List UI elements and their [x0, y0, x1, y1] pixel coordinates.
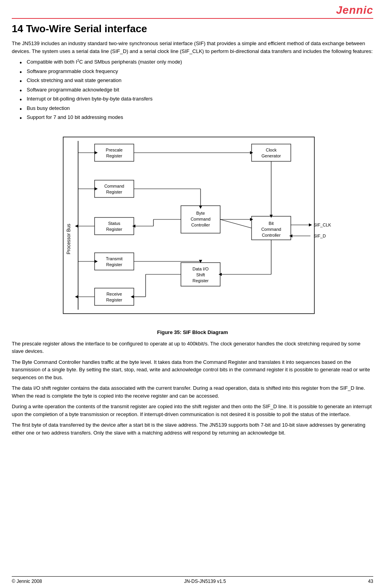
body-paragraphs: The prescale register allows the interfa… — [12, 340, 373, 437]
svg-rect-2 — [95, 144, 134, 161]
byte-cmd-label-3: Controller — [191, 223, 210, 227]
diagram-container: Processor Bus Prescale Register Command … — [51, 129, 334, 321]
svg-rect-8 — [95, 217, 134, 235]
transmit-label-2: Register — [106, 262, 122, 267]
svg-rect-14 — [95, 288, 134, 305]
bullet-item-2: Clock stretching and wait state generati… — [20, 77, 373, 84]
receive-label-2: Register — [106, 298, 122, 302]
bullet-item-0: Compatible with both I2C and SMbus perip… — [20, 58, 373, 66]
paragraph-2: The Byte Command Controller handles traf… — [12, 358, 373, 382]
bullet-item-5: Bus busy detection — [20, 104, 373, 112]
sif-d-label: SIF_D — [314, 234, 326, 238]
footer-center: JN-DS-JN5139 v1.5 — [184, 579, 226, 584]
command-label-1: Command — [104, 184, 124, 188]
svg-marker-16 — [75, 295, 78, 298]
footer-right: 43 — [368, 579, 373, 584]
svg-rect-11 — [95, 253, 134, 270]
paragraph-5: The first byte of data transferred by th… — [12, 421, 373, 436]
bit-cmd-label-1: Bit — [268, 221, 274, 226]
svg-line-29 — [220, 219, 252, 228]
svg-marker-20 — [199, 206, 202, 209]
header-bar: Jennic — [12, 4, 373, 19]
receive-label-1: Receive — [106, 292, 122, 296]
paragraph-3: The data I/O shift register contains the… — [12, 384, 373, 400]
bit-cmd-label-2: Command — [261, 227, 281, 232]
prescale-label-1: Prescale — [106, 148, 122, 152]
feature-list: Compatible with both I2C and SMbus perip… — [20, 58, 373, 121]
svg-marker-10 — [75, 225, 78, 228]
byte-cmd-label-2: Command — [190, 217, 210, 221]
paragraph-1: The prescale register allows the interfa… — [12, 340, 373, 355]
byte-cmd-label-1: Byte — [196, 211, 204, 215]
bullet-item-4: Interrupt or bit-polling driven byte-by-… — [20, 95, 373, 103]
bullet-item-3: Software programmable acknowledge bit — [20, 86, 373, 94]
data-io-label-3: Register — [192, 278, 208, 283]
page-title: 14 Two-Wire Serial interface — [12, 23, 373, 35]
data-io-label-2: Shift — [196, 272, 204, 277]
sif-clk-label: SIF_CLK — [314, 223, 331, 227]
status-label-1: Status — [108, 221, 120, 226]
brand-logo: Jennic — [336, 4, 373, 16]
status-label-2: Register — [106, 227, 122, 232]
svg-marker-27 — [131, 295, 134, 298]
page-container: Jennic 14 Two-Wire Serial interface The … — [0, 0, 385, 588]
sif-block-diagram: Processor Bus Prescale Register Command … — [51, 129, 334, 321]
prescale-label-2: Register — [106, 153, 122, 158]
command-label-2: Register — [106, 190, 122, 194]
paragraph-4: During a write operation the contents of… — [12, 403, 373, 418]
processor-bus-label: Processor Bus — [66, 224, 71, 254]
transmit-label-1: Transmit — [106, 256, 122, 261]
intro-text: The JN5139 includes an industry standard… — [12, 40, 373, 55]
bit-cmd-label-3: Controller — [262, 233, 281, 237]
svg-marker-13 — [95, 260, 98, 263]
svg-marker-7 — [95, 187, 98, 190]
clock-gen-label-1: Clock — [266, 148, 277, 152]
figure-caption: Figure 35: SIF Block Diagram — [12, 329, 373, 335]
bullet-item-6: Support for 7 and 10 bit addressing mode… — [20, 113, 373, 121]
svg-rect-33 — [252, 144, 291, 161]
footer-left: © Jennic 2008 — [12, 579, 42, 584]
svg-marker-4 — [95, 151, 98, 154]
clock-gen-label-2: Generator — [261, 153, 281, 158]
bullet-item-1: Software programmable clock frequency — [20, 68, 373, 75]
footer: © Jennic 2008 JN-DS-JN5139 v1.5 43 — [12, 576, 373, 584]
data-io-label-1: Data I/O — [192, 267, 208, 271]
svg-rect-0 — [63, 137, 314, 314]
svg-rect-5 — [95, 180, 134, 197]
svg-marker-39 — [309, 223, 312, 226]
